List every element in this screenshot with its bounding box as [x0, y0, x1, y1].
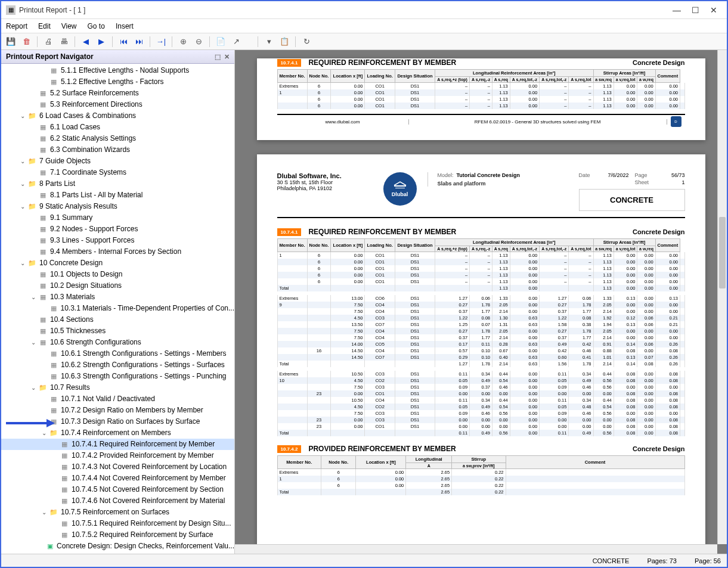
tree-item[interactable]: ⌄📁9 Static Analysis Results	[1, 201, 234, 212]
tree-item[interactable]: ▦9.3 Lines - Support Forces	[1, 235, 234, 246]
tree-item[interactable]: ▦10.6.2 Strength Configurations - Settin…	[1, 359, 234, 371]
table-icon: ▦	[60, 452, 69, 460]
folder-icon: 📁	[27, 259, 37, 268]
tree-item[interactable]: ▦10.7.2 Design Ratio on Members by Membe…	[1, 405, 234, 416]
tree-item[interactable]: ⌄▦10.3 Materials	[1, 291, 234, 303]
tree-item[interactable]: ▦9.2 Nodes - Support Forces	[1, 224, 234, 235]
table-row: 14.00CO5DS10.170.110.280.630.490.420.910…	[277, 341, 684, 347]
tree-item-label: 5.2 Surface Reinforcements	[50, 88, 139, 98]
undock-icon[interactable]: ⬚	[215, 53, 221, 61]
tree-item[interactable]: ▦10.7.5.1 Required Reinforcement by Desi…	[1, 518, 234, 529]
table-icon: ▦	[49, 361, 58, 370]
last-icon[interactable]: ⏭	[133, 36, 145, 48]
table-row: Extremes13.00CO6DS11.270.061.330.001.270…	[277, 295, 684, 302]
tree-item[interactable]: ▣Concrete Design: Design Checks, Reinfor…	[1, 552, 234, 554]
close-button[interactable]: ✕	[710, 5, 717, 15]
zoom-out-icon[interactable]: ⊖	[193, 36, 205, 48]
tree-item[interactable]: ▦10.7.4.2 Provided Reinforcement by Memb…	[1, 450, 234, 461]
table-icon: ▦	[38, 237, 48, 245]
zoom-in-icon[interactable]: ⊕	[177, 36, 189, 48]
menu-goto[interactable]: Go to	[88, 22, 105, 30]
tree-item[interactable]: ▦5.3 Reinforcement Directions	[1, 99, 234, 110]
menu-view[interactable]: View	[61, 22, 77, 30]
close-panel-icon[interactable]: ✕	[224, 53, 230, 61]
tree-item[interactable]: ▦10.7.4.4 Not Covered Reinforcement by M…	[1, 473, 234, 484]
maximize-button[interactable]: ☐	[692, 5, 699, 15]
goto-icon[interactable]: →|	[155, 36, 167, 48]
tree-item[interactable]: ⌄📁10.7 Results	[1, 382, 234, 393]
menu-insert[interactable]: Insert	[116, 22, 134, 30]
tree-item[interactable]: ▦5.2 Surface Reinforcements	[1, 88, 234, 99]
tree-item[interactable]: ▦10.7.4.5 Not Covered Reinforcement by S…	[1, 484, 234, 495]
tree-item[interactable]: ▦9.4 Members - Internal Forces by Sectio…	[1, 246, 234, 257]
export-icon[interactable]: ↗	[230, 36, 242, 48]
svg-rect-2	[394, 185, 406, 187]
horizontal-scrollbar[interactable]	[235, 544, 717, 554]
navigator-tree[interactable]: ▦5.1.1 Effective Lengths - Nodal Support…	[1, 64, 234, 554]
tree-item[interactable]: ⌄📁7 Guide Objects	[1, 156, 234, 167]
graphic-icon: ▣	[45, 542, 54, 551]
first-icon[interactable]: ⏮	[117, 36, 129, 48]
table-row: 1614.50CO4DS10.570.100.670.000.420.460.8…	[277, 347, 684, 354]
tree-item[interactable]: ▦10.4 Sections	[1, 314, 234, 325]
tree-item[interactable]: ▦5.1.2 Effective Lengths - Factors	[1, 76, 234, 88]
tree-item[interactable]: ▦9.1 Summary	[1, 212, 234, 224]
tree-item[interactable]: ⌄📁6 Load Cases & Combinations	[1, 110, 234, 122]
table-row: 160.00CO1DS1––1.130.00––1.130.000.000.00	[277, 89, 684, 96]
page-setup-icon[interactable]: 📄	[215, 36, 227, 48]
table-icon: ▦	[38, 225, 48, 234]
tree-item[interactable]: ⌄📁10.7.5 Reinforcement on Surfaces	[1, 507, 234, 518]
tree-item-label: 10.6.2 Strength Configurations - Setting…	[61, 360, 225, 370]
tree-item[interactable]: ▦10.7.5.2 Required Reinforcement by Surf…	[1, 529, 234, 541]
tree-item[interactable]: ▦8.1 Parts List - All by Material	[1, 190, 234, 201]
table-icon: ▦	[38, 135, 48, 143]
tree-item[interactable]: ▦10.7.1 Not Valid / Deactivated	[1, 393, 234, 405]
selection-icon[interactable]: ▾	[263, 36, 275, 48]
tree-item[interactable]: ▦6.3 Combination Wizards	[1, 144, 234, 156]
prev-icon[interactable]: ◀	[80, 36, 92, 48]
menu-edit[interactable]: Edit	[38, 22, 51, 30]
tree-item[interactable]: ▦10.3.1 Materials - Time-Dependent Prope…	[1, 303, 234, 314]
table-icon: ▦	[38, 191, 48, 200]
tree-item[interactable]: ▦10.5 Thicknesses	[1, 325, 234, 337]
print-preview-icon[interactable]: 🖶	[58, 36, 70, 48]
table-row: Total1.130.001.130.000.000.00	[277, 285, 684, 291]
table-icon: ▦	[38, 101, 48, 109]
tree-item[interactable]: ⌄📁10 Concrete Design	[1, 257, 234, 269]
tree-item[interactable]: ▦10.6.3 Strength Configurations - Settin…	[1, 371, 234, 382]
next-icon[interactable]: ▶	[95, 36, 107, 48]
tree-item[interactable]: ▦6.1 Load Cases	[1, 122, 234, 133]
vertical-scrollbar[interactable]	[717, 50, 727, 544]
tree-item[interactable]: ⌄📁8 Parts List	[1, 178, 234, 190]
tree-item[interactable]: ▦10.1 Objects to Design	[1, 269, 234, 280]
tree-item[interactable]: ▦10.6.1 Strength Configurations - Settin…	[1, 348, 234, 359]
tree-item-label: 10.7.1 Not Valid / Deactivated	[61, 394, 155, 404]
tree-item[interactable]: ▦10.7.3 Design Ratio on Surfaces by Surf…	[1, 416, 234, 427]
selection2-icon[interactable]: 📋	[278, 36, 290, 48]
tree-item-label: 10.7.4.4 Not Covered Reinforcement by Me…	[72, 473, 226, 483]
tree-item[interactable]: ▦7.1 Coordinate Systems	[1, 167, 234, 178]
tree-item[interactable]: ⌄▦10.6 Strength Configurations	[1, 337, 234, 348]
tree-item[interactable]: ▦10.7.4.3 Not Covered Reinforcement by L…	[1, 461, 234, 473]
tree-item[interactable]: ▦10.7.4.6 Not Covered Reinforcement by M…	[1, 495, 234, 507]
tree-item[interactable]: ▦6.2 Static Analysis Settings	[1, 133, 234, 144]
delete-icon[interactable]: 🗑	[20, 36, 32, 48]
tree-item[interactable]: ▦10.2 Design Situations	[1, 280, 234, 291]
provided-reinforcement-table: Member No.Node No.Location x [ft]Longitu…	[277, 455, 685, 495]
tree-item[interactable]: ▦10.7.4.1 Required Reinforcement by Memb…	[1, 439, 234, 450]
table-row: 160.00CO1DS1––1.130.00––1.130.000.000.00	[277, 252, 684, 259]
report-view[interactable]: 10.7.4.1 REQUIRED REINFORCEMENT BY MEMBE…	[235, 50, 727, 554]
graphic-icon: ▣	[45, 554, 54, 554]
minimize-button[interactable]: —	[673, 5, 681, 15]
required-reinforcement-table-top: Member No.Node No.Location x [ft]Loading…	[277, 69, 685, 109]
tree-item[interactable]: ▦5.1.1 Effective Lengths - Nodal Support…	[1, 65, 234, 76]
tree-item[interactable]: ⌄📁10.7.4 Reinforcement on Members	[1, 427, 234, 439]
tree-item[interactable]: ▣Concrete Design: Design Checks, Reinfor…	[1, 541, 234, 552]
table-icon: ▦	[38, 89, 48, 98]
refresh-icon[interactable]: ↻	[301, 36, 312, 48]
table-icon: ▦	[60, 486, 69, 494]
menu-report[interactable]: Report	[6, 22, 27, 30]
print-icon[interactable]: 🖨	[42, 36, 54, 48]
section-module: Concrete Design	[633, 59, 684, 66]
save-icon[interactable]: 💾	[5, 36, 17, 48]
